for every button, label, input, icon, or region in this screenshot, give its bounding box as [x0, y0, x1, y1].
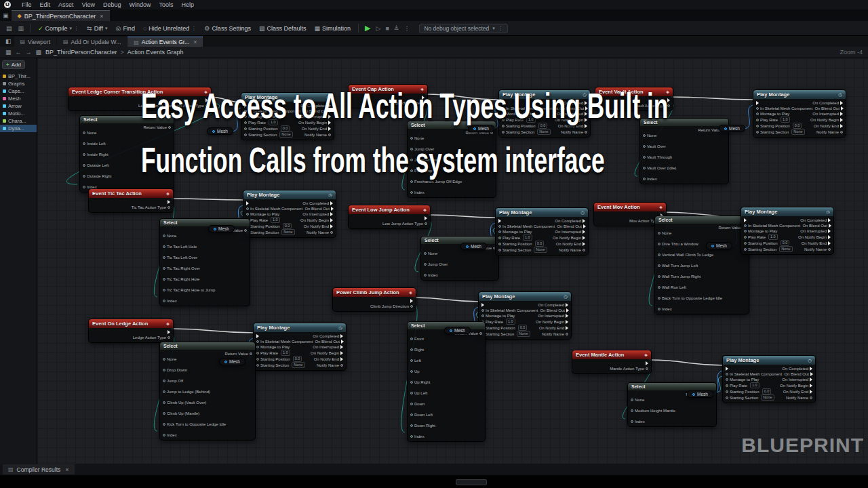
- toolbar-button-diff[interactable]: ⇆Diff▾: [83, 24, 111, 33]
- variable-node-mesh[interactable]: Mesh: [460, 243, 487, 250]
- data-pin[interactable]: [756, 125, 759, 127]
- data-pin[interactable]: [643, 156, 646, 159]
- data-pin[interactable]: [410, 359, 413, 362]
- data-pin[interactable]: [163, 434, 165, 436]
- data-pin[interactable]: [481, 314, 484, 317]
- data-pin[interactable]: [810, 396, 812, 399]
- montage-node[interactable]: Play Montage◷On CompletedIn Skeletal Mes…: [478, 291, 572, 340]
- select-node[interactable]: SelectReturn ValueNoneSelect Asset▾Jump …: [420, 236, 499, 281]
- data-pin[interactable]: [646, 367, 648, 370]
- data-pin[interactable]: [422, 102, 425, 104]
- data-pin[interactable]: [744, 248, 747, 251]
- exec-pin[interactable]: [425, 216, 427, 220]
- graph-settings-icon[interactable]: ▦: [5, 49, 12, 56]
- event-node[interactable]: Event Vault Action◈Vault Action Type: [595, 87, 673, 111]
- data-pin[interactable]: [163, 256, 165, 259]
- data-pin[interactable]: [410, 424, 413, 427]
- data-pin[interactable]: [498, 230, 501, 233]
- sidebar-toggle-icon[interactable]: ◧: [5, 38, 12, 45]
- select-node[interactable]: SelectReturn ValueNoneSelect Asset▾Drop …: [159, 342, 256, 441]
- data-pin[interactable]: [256, 352, 259, 354]
- menu-item-debug[interactable]: Debug: [99, 1, 125, 8]
- exec-pin[interactable]: [481, 303, 484, 307]
- pin-value[interactable]: 0.0: [781, 240, 790, 246]
- exec-pin[interactable]: [410, 299, 413, 303]
- close-icon[interactable]: ×: [193, 39, 197, 45]
- data-pin[interactable]: [167, 336, 170, 339]
- exec-pin[interactable]: [726, 367, 728, 371]
- event-node[interactable]: Event Cap Action◈Cap Action Type: [348, 84, 428, 108]
- data-pin[interactable]: [424, 274, 427, 277]
- data-pin[interactable]: [744, 230, 747, 232]
- data-pin[interactable]: [424, 263, 427, 266]
- output-pin[interactable]: [724, 127, 727, 130]
- data-pin[interactable]: [244, 121, 247, 124]
- data-pin[interactable]: [756, 119, 759, 121]
- data-pin[interactable]: [410, 137, 413, 140]
- data-pin[interactable]: [163, 278, 165, 281]
- data-pin[interactable]: [163, 401, 165, 404]
- compiler-results-tab[interactable]: ▤ Compiler Results ×: [3, 464, 75, 474]
- variable-node-mesh[interactable]: Mesh: [444, 327, 471, 334]
- exec-pin[interactable]: [167, 200, 170, 204]
- pin-value[interactable]: None: [779, 246, 792, 252]
- data-pin[interactable]: [246, 213, 249, 216]
- exec-pin[interactable]: [205, 98, 208, 102]
- exec-pin[interactable]: [498, 219, 501, 223]
- sidebar-item-graphs[interactable]: Graphs: [0, 80, 37, 87]
- asset-tab[interactable]: ◆ BP_ThirdPersonCharacter ×: [12, 10, 110, 21]
- pin-value[interactable]: None: [791, 129, 804, 135]
- data-pin[interactable]: [744, 236, 747, 239]
- exec-pin[interactable]: [566, 320, 568, 324]
- data-pin[interactable]: [410, 381, 413, 384]
- back-arrow-icon[interactable]: ←: [16, 49, 22, 56]
- exec-pin[interactable]: [810, 372, 813, 376]
- data-pin[interactable]: [163, 267, 165, 270]
- data-pin[interactable]: [163, 289, 165, 291]
- pin-value[interactable]: 0.0: [762, 388, 772, 394]
- data-pin[interactable]: [163, 358, 165, 361]
- exec-pin[interactable]: [828, 241, 831, 245]
- variable-node-mesh[interactable]: Mesh: [208, 225, 235, 232]
- data-pin[interactable]: [244, 115, 247, 118]
- exec-pin[interactable]: [840, 101, 843, 105]
- data-pin[interactable]: [163, 369, 165, 371]
- select-node[interactable]: SelectReturn ValueFrontA_ClimbJump_F▾Rig…: [407, 321, 486, 442]
- data-pin[interactable]: [163, 300, 165, 302]
- montage-node[interactable]: Play Montage◷On CompletedIn Skeletal Mes…: [722, 355, 816, 403]
- kebab-icon[interactable]: ⋮: [401, 25, 412, 32]
- exec-pin[interactable]: [646, 361, 648, 365]
- exec-pin[interactable]: [828, 229, 831, 233]
- exec-pin[interactable]: [256, 334, 259, 338]
- data-pin[interactable]: [83, 142, 85, 145]
- toolbar-button-hide-unrelated[interactable]: ◌Hide Unrelated⋮: [139, 24, 200, 33]
- data-pin[interactable]: [244, 134, 247, 136]
- data-pin[interactable]: [410, 435, 413, 438]
- pin-value[interactable]: None: [279, 131, 292, 138]
- data-pin[interactable]: [328, 134, 331, 136]
- montage-node[interactable]: Play Montage◷On CompletedIn Skeletal Mes…: [243, 190, 336, 238]
- montage-node[interactable]: Play Montage◷On CompletedIn Skeletal Mes…: [241, 92, 334, 140]
- data-pin[interactable]: [244, 127, 247, 130]
- exec-pin[interactable]: [840, 124, 843, 128]
- exec-pin[interactable]: [328, 104, 331, 108]
- data-pin[interactable]: [658, 253, 660, 256]
- exec-pin[interactable]: [340, 351, 343, 355]
- data-pin[interactable]: [410, 305, 413, 308]
- data-pin[interactable]: [424, 252, 427, 255]
- data-pin[interactable]: [425, 222, 427, 225]
- data-pin[interactable]: [163, 412, 165, 415]
- exec-pin[interactable]: [828, 235, 831, 239]
- data-pin[interactable]: [726, 378, 728, 381]
- blueprint-graph-canvas[interactable]: Event Ledge Corner Transition Action◈Led…: [37, 58, 868, 464]
- data-pin[interactable]: [410, 370, 413, 373]
- frame-skip-icon[interactable]: ▷: [374, 25, 382, 32]
- data-pin[interactable]: [256, 358, 259, 361]
- menu-item-window[interactable]: Window: [125, 1, 155, 8]
- breadcrumb-graph[interactable]: Action Events Graph: [127, 49, 184, 56]
- exec-pin[interactable]: [810, 367, 812, 371]
- browse-icon[interactable]: ▥: [18, 25, 24, 32]
- data-pin[interactable]: [410, 159, 413, 161]
- data-pin[interactable]: [726, 396, 728, 399]
- pin-value[interactable]: 0.0: [793, 123, 802, 129]
